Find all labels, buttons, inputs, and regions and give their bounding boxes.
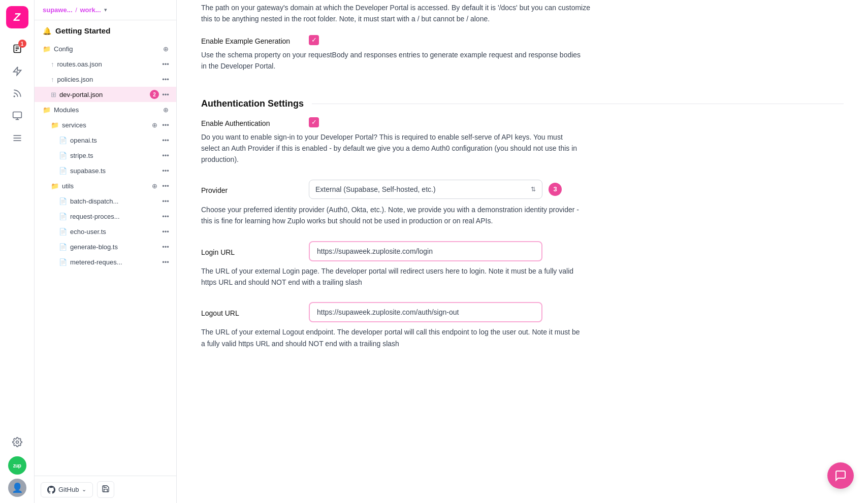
policies-dots-button[interactable]: ••• (161, 75, 170, 84)
modules-actions: ⊕ (161, 105, 170, 114)
services-add-button[interactable]: ⊕ (150, 120, 159, 129)
config-add-button[interactable]: ⊕ (161, 44, 170, 53)
routes-oas-dots-button[interactable]: ••• (161, 59, 170, 69)
enable-example-desc: Use the schema property on your requestB… (201, 49, 582, 72)
chat-button[interactable] (827, 462, 854, 489)
icon-bar-bottom: zup 👤 (7, 432, 27, 497)
metered-dots-button[interactable]: ••• (161, 257, 170, 266)
sidebar-item-generate-blog[interactable]: 📄 generate-blog.ts ••• (35, 239, 176, 254)
request-file-icon: 📄 (59, 213, 67, 220)
sidebar-item-services[interactable]: 📁 services ⊕ ••• (35, 117, 176, 132)
sidebar-item-policies[interactable]: ↑ policies.json ••• (35, 72, 176, 87)
svg-point-4 (14, 96, 15, 97)
user-avatar[interactable]: 👤 (8, 479, 26, 497)
logout-url-label: Logout URL (201, 307, 293, 317)
sidebar-item-utils[interactable]: 📁 utils ⊕ ••• (35, 178, 176, 193)
batch-dots-button[interactable]: ••• (161, 196, 170, 206)
path-description: The path on your gateway's domain at whi… (201, 0, 597, 25)
request-dots-button[interactable]: ••• (161, 212, 170, 221)
file-tree-sidebar: supawe... / work... ▾ 🔔 Getting Started … (35, 0, 177, 503)
zup-avatar[interactable]: zup (8, 456, 26, 475)
batch-file-icon: 📄 (59, 197, 67, 205)
sidebar-item-routes-oas[interactable]: ↑ routes.oas.json ••• (35, 56, 176, 72)
batch-label: batch-dispatch... (70, 197, 158, 205)
services-label: services (62, 121, 147, 129)
supabase-file-icon: 📄 (59, 167, 67, 175)
app-logo[interactable]: Z (6, 6, 28, 28)
github-label: GitHub (58, 486, 79, 493)
auth-settings-heading: Authentication Settings (201, 86, 844, 109)
getting-started-label: Getting Started (55, 26, 110, 35)
main-content: The path on your gateway's domain at whi… (177, 0, 868, 503)
sidebar-footer: GitHub ⌄ (35, 476, 176, 503)
workspace-chevron-icon: ▾ (104, 7, 107, 13)
dev-portal-label: dev-portal.json (59, 91, 147, 98)
lightning-nav-button[interactable] (7, 61, 27, 81)
sidebar-item-batch-dispatch[interactable]: 📄 batch-dispatch... ••• (35, 193, 176, 209)
enable-auth-desc: Do you want to enable sign-in to your De… (201, 131, 582, 165)
blog-dots-button[interactable]: ••• (161, 242, 170, 251)
docs-nav-button[interactable]: 1 (7, 39, 27, 59)
sidebar-item-openai[interactable]: 📄 openai.ts ••• (35, 132, 176, 148)
monitor-nav-button[interactable] (7, 106, 27, 126)
utils-label: utils (62, 182, 147, 190)
save-button[interactable] (97, 481, 114, 498)
modules-add-button[interactable]: ⊕ (161, 105, 170, 114)
policies-label: policies.json (57, 76, 158, 83)
supabase-dots-button[interactable]: ••• (161, 166, 170, 175)
echo-file-icon: 📄 (59, 228, 67, 236)
provider-select[interactable]: External (Supabase, Self-hosted, etc.) ⇅ (309, 180, 542, 199)
enable-auth-checkbox[interactable]: ✓ (309, 117, 319, 127)
request-label: request-proces... (70, 213, 158, 220)
openai-dots-button[interactable]: ••• (161, 136, 170, 145)
metered-label: metered-reques... (70, 258, 158, 266)
stripe-dots-button[interactable]: ••• (161, 151, 170, 160)
sidebar-item-modules[interactable]: 📁 Modules ⊕ (35, 102, 176, 117)
utils-dots-button[interactable]: ••• (161, 181, 170, 190)
logout-url-desc: The URL of your external Logout endpoint… (201, 326, 582, 349)
github-button[interactable]: GitHub ⌄ (41, 482, 93, 497)
sidebar-item-echo-user[interactable]: 📄 echo-user.ts ••• (35, 224, 176, 239)
list-nav-button[interactable] (7, 128, 27, 148)
provider-group: Provider External (Supabase, Self-hosted… (201, 180, 844, 227)
enable-example-group: Enable Example Generation ✓ Use the sche… (201, 35, 844, 72)
getting-started-item[interactable]: 🔔 Getting Started (35, 20, 176, 41)
logout-url-input[interactable] (309, 302, 542, 322)
icon-bar: Z 1 zup 👤 (0, 0, 35, 503)
provider-step-badge: 3 (549, 183, 562, 196)
supabase-label: supabase.ts (70, 167, 158, 175)
feed-nav-button[interactable] (7, 83, 27, 104)
login-url-input[interactable] (309, 241, 542, 261)
blog-file-icon: 📄 (59, 243, 67, 251)
sidebar-item-dev-portal[interactable]: ⊞ dev-portal.json 2 ••• (35, 87, 176, 102)
workspace-header[interactable]: supawe... / work... ▾ (35, 0, 176, 20)
sidebar-item-supabase[interactable]: 📄 supabase.ts ••• (35, 163, 176, 178)
services-dots-button[interactable]: ••• (161, 120, 170, 129)
openai-label: openai.ts (70, 137, 158, 144)
provider-arrow-icon: ⇅ (531, 186, 536, 193)
sidebar-item-request-process[interactable]: 📄 request-proces... ••• (35, 209, 176, 224)
sidebar-item-config[interactable]: 📁 Config ⊕ (35, 41, 176, 56)
login-url-group: Login URL The URL of your external Login… (201, 241, 844, 288)
services-folder-icon: 📁 (51, 121, 59, 129)
stripe-file-icon: 📄 (59, 152, 67, 159)
sidebar-item-metered[interactable]: 📄 metered-reques... ••• (35, 254, 176, 270)
provider-desc: Choose your preferred identity provider … (201, 204, 582, 227)
echo-dots-button[interactable]: ••• (161, 227, 170, 236)
settings-nav-button[interactable] (7, 432, 27, 452)
provider-row: Provider External (Supabase, Self-hosted… (201, 180, 844, 199)
getting-started-icon: 🔔 (43, 27, 51, 35)
policies-actions: ••• (161, 75, 170, 84)
dev-portal-actions: 2 ••• (150, 90, 170, 99)
github-chevron-icon: ⌄ (82, 486, 86, 493)
utils-add-button[interactable]: ⊕ (150, 181, 159, 190)
dev-portal-badge: 2 (150, 90, 159, 99)
login-url-row: Login URL (201, 241, 844, 261)
openai-file-icon: 📄 (59, 137, 67, 144)
login-url-desc: The URL of your external Login page. The… (201, 265, 582, 288)
dev-portal-dots-button[interactable]: ••• (161, 90, 170, 99)
svg-rect-5 (13, 112, 21, 118)
modules-label: Modules (54, 106, 158, 114)
sidebar-item-stripe[interactable]: 📄 stripe.ts ••• (35, 148, 176, 163)
enable-example-checkbox[interactable]: ✓ (309, 35, 319, 45)
